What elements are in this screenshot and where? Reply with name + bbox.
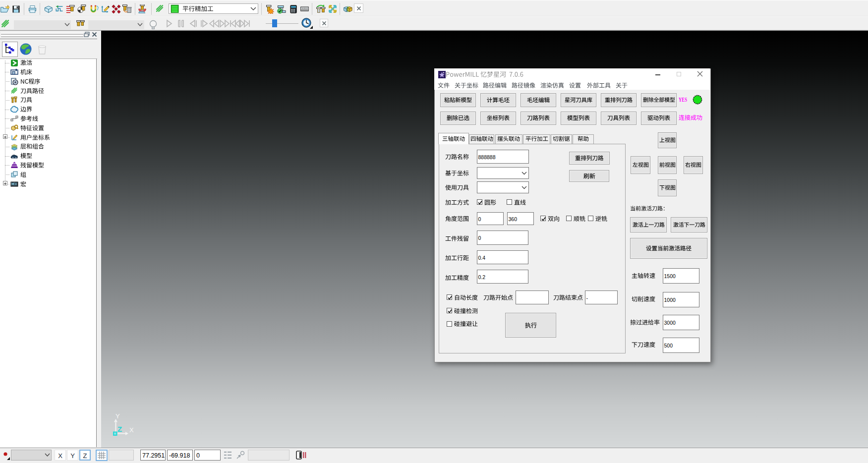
svg-text:YES: YES xyxy=(679,96,687,103)
svg-text:Y: Y xyxy=(116,412,120,420)
svg-text:X: X xyxy=(129,426,134,434)
svg-text:Z: Z xyxy=(117,425,122,433)
